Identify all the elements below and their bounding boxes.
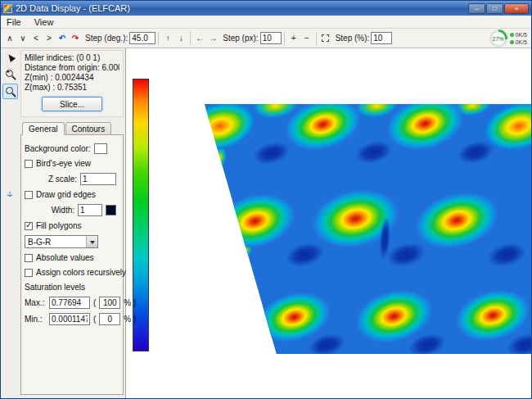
saturation-min-percent-input[interactable] [99,313,120,325]
birdseye-row: Bird's-eye view [25,158,119,169]
gauge-stats: 0K/5 0K/5 [510,31,527,46]
magnifier-icon [6,87,13,94]
tilt-ccw-button[interactable]: ↶ [56,31,69,46]
max-paren-close: % ) [124,298,136,307]
dropdown-button[interactable] [86,236,97,247]
step-px-input[interactable] [260,32,282,44]
menu-view[interactable]: View [33,17,56,27]
zscale-row: Z scale: [25,173,119,185]
zoom-region-icon [322,34,329,42]
zoom-region-button[interactable] [319,31,332,46]
min-label: Min.: [25,315,46,324]
distance-origin-text: Distance from origin: 6.00000 [25,63,119,73]
tab-general[interactable]: General [22,122,65,135]
gauge-percent: 27% [493,36,504,42]
saturation-max-percent-input[interactable] [99,297,120,309]
pan-right-button[interactable]: → [206,31,219,46]
titlebar: 2D Data Display - (ELFCAR) – □ × [1,1,531,16]
chevron-down-icon [90,241,95,247]
saturation-levels-row: Saturation levels [25,282,119,292]
pan-left-button[interactable]: ← [193,31,206,46]
birdseye-checkbox[interactable] [25,160,33,168]
step-pct-label: Step (%): [336,34,370,43]
magnifier-plus-icon: + [6,70,13,77]
fill-polygons-row: Fill polygons [25,220,119,231]
toolbar-separator [284,32,285,45]
palette-dropdown[interactable]: B-G-R [25,235,98,248]
tilt-cw-button[interactable]: ↷ [69,31,82,46]
tool-column: + ↔↕ [1,48,19,398]
assign-recursive-checkbox[interactable] [25,269,33,277]
birdseye-label: Bird's-eye view [36,159,91,168]
rotate-down-button[interactable]: ∨ [16,31,29,46]
plot-area [126,48,531,398]
maximize-button[interactable]: □ [486,3,503,14]
pan-tool-button[interactable]: ↔↕ [2,185,18,201]
saturation-levels-label: Saturation levels [25,283,85,292]
saturation-max-row: Max.: ( % ) [25,297,119,309]
toolbar-separator [158,32,159,45]
miller-indices-text: Miller indices: (0 0 1) [25,53,119,63]
status-dot-icon [510,40,514,44]
zmax-text: Z(max) : 0.75351 [25,83,119,93]
toolbar: ∧ ∨ < > ↶ ↷ Step (deg.): ↑ ↓ ← → Step (p… [1,29,531,48]
content-area: + ↔↕ Miller indices: (0 0 1) Distance fr… [1,48,531,398]
cursor-icon [4,49,16,61]
app-icon [3,4,12,13]
gauge-line-1: 0K/5 [516,32,527,38]
rotate-right-button[interactable]: > [43,31,56,46]
absolute-values-row: Absolute values [25,252,119,263]
max-label: Max.: [25,298,46,307]
select-tool-button[interactable] [2,49,18,65]
saturation-min-input[interactable] [49,313,90,325]
pan-down-button[interactable]: ↓ [174,31,187,46]
general-tab-panel: Background color: Bird's-eye view Z scal… [20,134,124,395]
fill-polygons-checkbox[interactable] [25,222,33,230]
absolute-values-label: Absolute values [36,253,94,262]
zoom-in-button[interactable]: + [287,31,300,46]
saturation-min-row: Min.: ( % ) [25,313,119,325]
absolute-values-checkbox[interactable] [25,254,33,262]
assign-recursive-label: Assign colors recursively [36,268,126,277]
zoom-out-button[interactable]: − [300,31,313,46]
zscale-label: Z scale: [48,175,77,184]
step-deg-input[interactable] [129,32,156,44]
gauge-line-2: 0K/5 [516,39,527,45]
tilt-cw-icon: ↷ [72,34,79,43]
step-pct-input[interactable] [371,32,392,44]
width-row: Width: [25,204,119,216]
assign-recursive-row: Assign colors recursively [25,267,119,278]
background-color-swatch[interactable] [94,143,107,154]
zoom-in-tool-button[interactable]: + [2,66,18,82]
move-arrows-icon: ↔↕ [4,188,16,199]
min-paren-close: % ) [124,315,136,324]
tab-contours[interactable]: Contours [65,122,112,135]
window-controls: – □ × [468,3,529,14]
minimize-button[interactable]: – [468,3,485,14]
close-button[interactable]: × [504,3,529,14]
pan-up-button[interactable]: ↑ [161,31,174,46]
menu-file[interactable]: File [5,17,23,27]
tab-bar: General Contours [20,122,124,135]
edge-color-swatch[interactable] [106,205,116,215]
grid-edges-checkbox[interactable] [25,191,33,199]
step-deg-label: Step (deg.): [85,34,128,43]
background-color-row: Background color: [25,143,119,154]
width-input[interactable] [78,204,102,216]
app-window: 2D Data Display - (ELFCAR) – □ × File Vi… [0,0,532,399]
saturation-max-input[interactable] [49,297,90,309]
plot-canvas[interactable] [126,48,531,398]
rotate-left-button[interactable]: < [29,31,43,46]
window-title: 2D Data Display - (ELFCAR) [16,3,465,13]
tilt-ccw-icon: ↶ [59,34,65,43]
zscale-input[interactable] [80,173,116,185]
zoom-tool-button[interactable] [2,84,18,99]
rotate-up-button[interactable]: ∧ [3,31,16,46]
menubar: File View [1,16,531,29]
resource-gauge: 27% 0K/5 0K/5 [489,29,527,48]
width-label: Width: [52,206,74,215]
step-px-label: Step (px): [223,34,258,43]
fill-polygons-label: Fill polygons [36,221,82,230]
slice-button[interactable]: Slice... [42,97,102,111]
max-paren-open: ( [93,298,96,307]
